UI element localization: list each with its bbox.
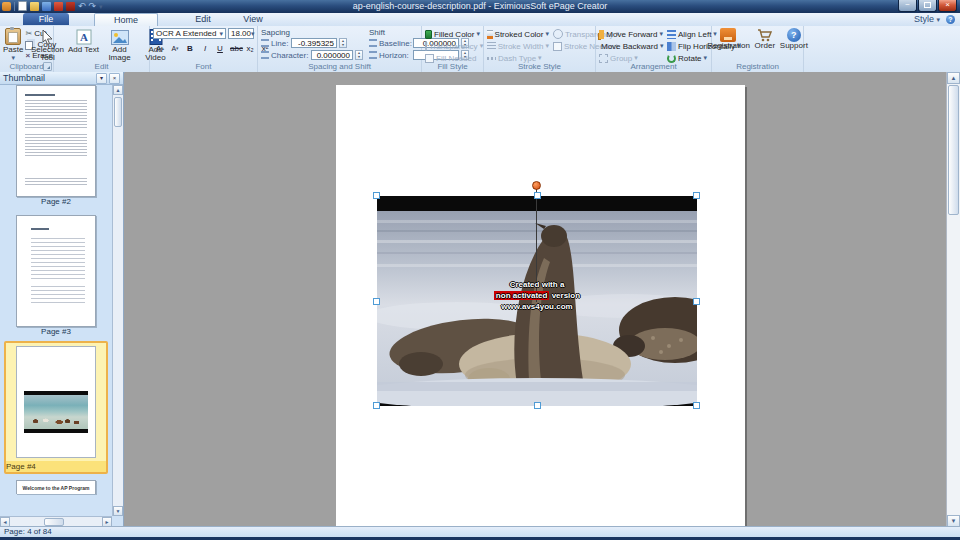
resize-handle-top-left[interactable] <box>373 192 380 199</box>
minimize-button[interactable]: − <box>898 0 917 12</box>
thumb-text-decoration <box>31 228 49 230</box>
grow-font-button[interactable]: A▴ <box>153 42 167 55</box>
chevron-down-icon: ▾ <box>476 30 480 38</box>
add-text-button[interactable]: A Add Text <box>67 28 101 62</box>
support-button[interactable]: ? Support <box>780 28 808 62</box>
add-image-button[interactable]: Add Image <box>103 28 137 62</box>
down-arrow-icon: ▾ <box>176 45 179 51</box>
character-spacing-input[interactable]: 0.000000 <box>311 50 353 60</box>
stroke-width-button[interactable]: Stroke Width▾ <box>487 40 549 52</box>
thumb-text-decoration <box>25 100 87 128</box>
style-menu-label: Style <box>914 14 934 24</box>
scrollbar-thumb[interactable] <box>948 85 959 215</box>
group-stroke-style: Stroked Color▾ Stroke Width▾ Dash Type▾ … <box>484 26 596 72</box>
tab-edit[interactable]: Edit <box>182 13 224 25</box>
scrollbar-thumb[interactable] <box>44 518 64 526</box>
character-spacing-stepper[interactable]: ▴▾ <box>355 50 363 60</box>
stroke-width-icon <box>487 42 496 51</box>
scroll-up-icon[interactable]: ▲ <box>947 72 960 84</box>
resize-handle-middle-right[interactable] <box>693 298 700 305</box>
thumbnail-panel: Thumbnail ▾ × Page #2 <box>0 72 124 527</box>
selection-tool-button[interactable]: Selection Tool <box>31 28 65 62</box>
flip-horizontally-icon <box>667 42 676 51</box>
help-icon[interactable]: ? <box>946 15 955 24</box>
line-spacing-stepper[interactable]: ▴▾ <box>339 38 347 48</box>
spacing-subgroup: Sapcing Line: -0.395325 ▴▾ Character: 0.… <box>261 28 363 61</box>
underline-button[interactable]: U <box>213 42 227 55</box>
group-label-fill-style: Fill Style <box>422 62 483 72</box>
italic-button[interactable]: I <box>198 42 212 55</box>
fill-transparency-button[interactable]: Transparency▾ <box>425 40 480 52</box>
thumb-text-decoration <box>25 178 87 186</box>
resize-handle-top-middle[interactable] <box>534 192 541 199</box>
move-backward-label: Move Backward <box>601 42 658 51</box>
status-bar: Page: 4 of 84 <box>0 526 960 537</box>
fill-transparency-label: Transparency <box>429 42 478 51</box>
panel-close-icon[interactable]: × <box>109 73 120 84</box>
ribbon: Paste ▾ ✂Cut Copy ×Erase Clipboard S <box>0 26 960 73</box>
subscript-button[interactable]: x₂ <box>243 42 257 55</box>
stroked-color-button[interactable]: Stroked Color▾ <box>487 28 549 40</box>
shrink-font-button[interactable]: A▾ <box>168 42 182 55</box>
chevron-down-icon: ▾ <box>251 30 255 38</box>
horizon-label: Horizon: <box>379 51 411 60</box>
tab-view[interactable]: View <box>232 13 274 25</box>
scroll-up-icon[interactable]: ▲ <box>113 85 123 95</box>
add-image-label: Add Image <box>103 46 137 62</box>
close-button[interactable]: × <box>938 0 957 12</box>
baseline-label: Baseline: <box>379 39 411 48</box>
tab-home[interactable]: Home <box>94 13 158 26</box>
thumbnail-page-3[interactable]: Page #3 <box>0 215 112 337</box>
style-menu-button[interactable]: Style ▾ <box>914 13 940 26</box>
scroll-down-icon[interactable]: ▼ <box>113 506 123 516</box>
paste-icon <box>5 28 21 45</box>
app-window: ↶ ↷ ▾ ap-english-course-description.pdf … <box>0 0 960 540</box>
resize-handle-bottom-left[interactable] <box>373 402 380 409</box>
font-size-select[interactable]: 18.00 ▾ <box>228 28 254 39</box>
group-label-edit: Edit <box>54 62 149 72</box>
thumbnail-page-5[interactable]: Welcome to the AP Program <box>0 480 112 494</box>
canvas-vertical-scrollbar[interactable]: ▲ ▼ <box>946 72 960 527</box>
selected-video-object[interactable]: Created with a non activated version www… <box>377 196 697 406</box>
chevron-down-icon: ▾ <box>634 54 638 62</box>
tab-file[interactable]: File <box>23 13 69 25</box>
add-text-label: Add Text <box>67 46 101 54</box>
order-label: Order <box>755 42 775 50</box>
move-backward-button[interactable]: Move Backward▾ <box>599 40 663 52</box>
bold-button[interactable]: B <box>183 42 197 55</box>
thumbnail-page-2[interactable]: Page #2 <box>0 85 112 207</box>
stroked-color-icon <box>487 30 493 39</box>
registration-button[interactable]: Registration <box>707 28 750 62</box>
stroked-color-label: Stroked Color <box>495 30 544 39</box>
window-title: ap-english-course-description.pdf - Exim… <box>0 0 960 13</box>
thumbnail-caption: Page #3 <box>0 327 112 337</box>
ribbon-tab-bar: File Home Edit View Style ▾ ? <box>0 13 960 27</box>
thumbnail-caption: Page #4 <box>6 461 106 472</box>
thumbnail-vertical-scrollbar[interactable]: ▲ ▼ <box>112 85 123 516</box>
line-spacing-input[interactable]: -0.395325 <box>291 38 337 48</box>
thumbnail-list: Page #2 Page #3 Page #4 Welcome to the A… <box>0 85 112 516</box>
rotation-handle[interactable] <box>532 181 541 190</box>
move-forward-label: Move Forward <box>606 30 657 39</box>
document-page[interactable]: Created with a non activated version www… <box>336 85 745 527</box>
filled-color-button[interactable]: Filled Color▾ <box>425 28 480 40</box>
maximize-button[interactable] <box>918 0 937 12</box>
thumbnail-page-4-selected[interactable]: Page #4 <box>4 341 108 474</box>
resize-handle-bottom-right[interactable] <box>693 402 700 409</box>
font-family-select[interactable]: OCR A Extended ▾ <box>153 28 226 39</box>
registration-icon <box>720 28 736 42</box>
resize-handle-middle-left[interactable] <box>373 298 380 305</box>
panel-collapse-icon[interactable]: ▾ <box>96 73 107 84</box>
paste-button[interactable]: Paste ▾ <box>3 28 23 62</box>
strikethrough-button[interactable]: abc <box>228 42 242 55</box>
order-button[interactable]: Order <box>754 28 776 62</box>
move-forward-button[interactable]: Move Forward▾ <box>599 28 663 40</box>
resize-handle-top-right[interactable] <box>693 192 700 199</box>
document-canvas[interactable]: Created with a non activated version www… <box>125 72 946 527</box>
resize-handle-bottom-middle[interactable] <box>534 402 541 409</box>
group-edit: Selection Tool A Add Text Add Image <box>54 26 150 72</box>
order-cart-icon <box>754 28 776 42</box>
titlebar: ↶ ↷ ▾ ap-english-course-description.pdf … <box>0 0 960 13</box>
scrollbar-thumb[interactable] <box>114 97 122 127</box>
chevron-down-icon: ▾ <box>545 42 549 50</box>
